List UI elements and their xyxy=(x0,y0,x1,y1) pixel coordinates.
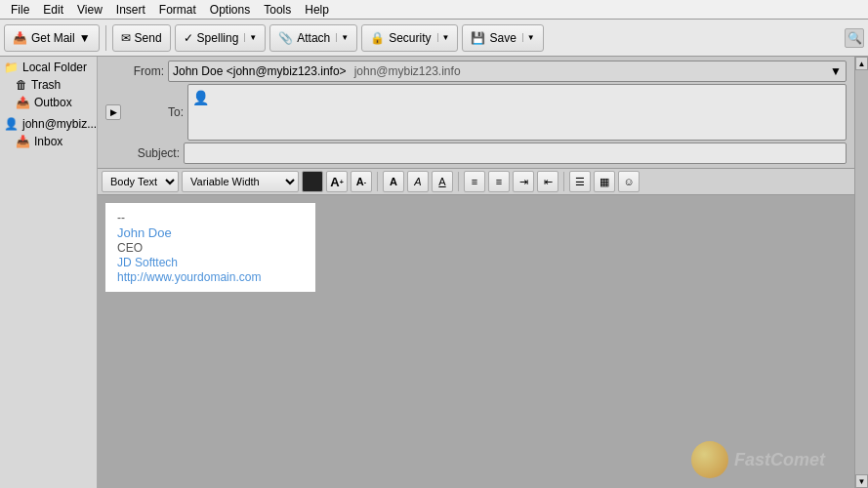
fmt-sep-2 xyxy=(458,172,459,191)
save-label: Save xyxy=(489,31,516,45)
font-color-button[interactable] xyxy=(302,171,323,192)
spelling-arrow-icon: ▼ xyxy=(244,33,257,42)
sidebar-inbox-label: Inbox xyxy=(34,135,62,148)
send-button[interactable]: ✉ Send xyxy=(112,24,171,52)
save-button[interactable]: 💾 Save ▼ xyxy=(462,24,543,52)
font-size-larger-button[interactable]: A+ xyxy=(326,171,348,192)
from-dropdown-icon[interactable]: ▼ xyxy=(830,64,842,78)
to-person-icon: 👤 xyxy=(192,90,209,105)
subject-input[interactable] xyxy=(184,142,847,164)
outbox-icon: 📤 xyxy=(16,96,30,109)
menu-tools[interactable]: Tools xyxy=(257,1,298,19)
menu-insert[interactable]: Insert xyxy=(109,1,152,19)
sig-title: CEO xyxy=(117,241,304,255)
to-label: To: xyxy=(125,105,184,119)
attach-label: Attach xyxy=(297,31,330,45)
from-label: From: xyxy=(105,64,164,78)
list-ordered-button[interactable]: ≡ xyxy=(488,171,510,192)
attach-button[interactable]: 📎 Attach ▼ xyxy=(269,24,357,52)
menu-file[interactable]: File xyxy=(4,1,36,19)
main-area: 📁 Local Folder 🗑 Trash 📤 Outbox 👤 john@m… xyxy=(0,57,868,488)
right-scrollbar[interactable]: ▲ ▼ xyxy=(854,57,868,488)
to-empty-space xyxy=(192,108,842,138)
get-mail-icon: 📥 xyxy=(13,31,27,45)
format-toolbar: Body Text Variable Width A+ A- A A A ≡ ≡… xyxy=(98,168,854,195)
from-row: From: John Doe <john@mybiz123.info> john… xyxy=(105,61,847,82)
sidebar-item-trash[interactable]: 🗑 Trash xyxy=(0,76,97,94)
to-field[interactable]: 👤 xyxy=(187,84,847,141)
from-field: John Doe <john@mybiz123.info> john@mybiz… xyxy=(168,61,847,82)
menu-edit[interactable]: Edit xyxy=(36,1,70,19)
from-extra: john@mybiz123.info xyxy=(354,64,461,78)
to-expander[interactable]: ▶ xyxy=(105,104,121,120)
sig-name: John Doe xyxy=(117,225,304,240)
get-mail-label: Get Mail xyxy=(31,31,75,45)
emoji-button[interactable]: ☺ xyxy=(618,171,640,192)
to-row: ▶ To: 👤 xyxy=(105,84,847,141)
scroll-up-button[interactable]: ▲ xyxy=(855,57,868,70)
local-folder-icon: 📁 xyxy=(4,61,19,74)
sidebar: 📁 Local Folder 🗑 Trash 📤 Outbox 👤 john@m… xyxy=(0,57,98,488)
fmt-sep-3 xyxy=(563,172,564,191)
get-mail-button[interactable]: 📥 Get Mail ▼ xyxy=(4,24,100,52)
sidebar-outbox-label: Outbox xyxy=(34,96,72,109)
signature-box: -- John Doe CEO JD Softtech http://www.y… xyxy=(105,203,315,292)
sidebar-account-label: john@mybiz... xyxy=(22,117,97,131)
spelling-label: Spelling xyxy=(197,31,239,45)
trash-icon: 🗑 xyxy=(16,78,27,92)
outdent-button[interactable]: ⇤ xyxy=(537,171,558,192)
sidebar-item-outbox[interactable]: 📤 Outbox xyxy=(0,94,97,111)
fmt-sep-1 xyxy=(377,172,378,191)
security-button[interactable]: 🔒 Security ▼ xyxy=(361,24,458,52)
indent-button[interactable]: ⇥ xyxy=(513,171,534,192)
align-button[interactable]: ☰ xyxy=(569,171,591,192)
sidebar-local-folder-label: Local Folder xyxy=(22,61,87,74)
menu-options[interactable]: Options xyxy=(203,1,257,19)
underline-button[interactable]: A xyxy=(432,171,453,192)
search-icon[interactable]: 🔍 xyxy=(845,28,864,48)
scroll-track[interactable] xyxy=(855,70,868,474)
inbox-icon: 📥 xyxy=(16,135,30,148)
toolbar-separator-1 xyxy=(105,25,106,51)
sidebar-section-local: 📁 Local Folder 🗑 Trash 📤 Outbox xyxy=(0,57,97,113)
security-arrow-icon: ▼ xyxy=(437,33,450,42)
font-select[interactable]: Variable Width xyxy=(182,171,299,192)
sidebar-section-account: 👤 john@mybiz... 📥 Inbox xyxy=(0,113,97,152)
sidebar-trash-label: Trash xyxy=(31,78,61,92)
fastcomet-logo: FastComet xyxy=(691,441,825,478)
send-label: Send xyxy=(135,31,162,45)
logo-text: FastComet xyxy=(734,450,825,470)
attach-arrow-icon: ▼ xyxy=(336,33,349,42)
send-icon: ✉ xyxy=(121,31,131,45)
get-mail-arrow-icon: ▼ xyxy=(79,31,91,45)
sidebar-item-account[interactable]: 👤 john@mybiz... xyxy=(0,115,97,133)
menu-bar: File Edit View Insert Format Options Too… xyxy=(0,0,868,20)
body-area[interactable]: -- John Doe CEO JD Softtech http://www.y… xyxy=(98,195,854,488)
header-fields: From: John Doe <john@mybiz123.info> john… xyxy=(98,57,854,168)
body-text-select[interactable]: Body Text xyxy=(102,171,179,192)
menu-view[interactable]: View xyxy=(70,1,109,19)
spelling-button[interactable]: ✓ Spelling ▼ xyxy=(175,24,267,52)
toolbar: 📥 Get Mail ▼ ✉ Send ✓ Spelling ▼ 📎 Attac… xyxy=(0,20,868,57)
table-button[interactable]: ▦ xyxy=(594,171,615,192)
menu-format[interactable]: Format xyxy=(152,1,203,19)
menu-help[interactable]: Help xyxy=(298,1,336,19)
font-size-smaller-button[interactable]: A- xyxy=(351,171,372,192)
logo-circle-icon xyxy=(691,441,728,478)
subject-row: Subject: xyxy=(105,142,847,164)
sig-dash: -- xyxy=(117,211,304,224)
scroll-down-button[interactable]: ▼ xyxy=(855,474,868,488)
sig-url: http://www.yourdomain.com xyxy=(117,270,304,284)
attach-icon: 📎 xyxy=(278,31,293,45)
sidebar-item-local-folder[interactable]: 📁 Local Folder xyxy=(0,59,97,76)
bold-button[interactable]: A xyxy=(383,171,404,192)
subject-label: Subject: xyxy=(105,146,180,160)
security-icon: 🔒 xyxy=(370,31,385,45)
compose-area: From: John Doe <john@mybiz123.info> john… xyxy=(98,57,854,488)
italic-button[interactable]: A xyxy=(407,171,429,192)
security-label: Security xyxy=(389,31,431,45)
save-icon: 💾 xyxy=(471,31,485,45)
save-arrow-icon: ▼ xyxy=(522,33,535,42)
sidebar-item-inbox[interactable]: 📥 Inbox xyxy=(0,133,97,150)
list-unordered-button[interactable]: ≡ xyxy=(464,171,485,192)
